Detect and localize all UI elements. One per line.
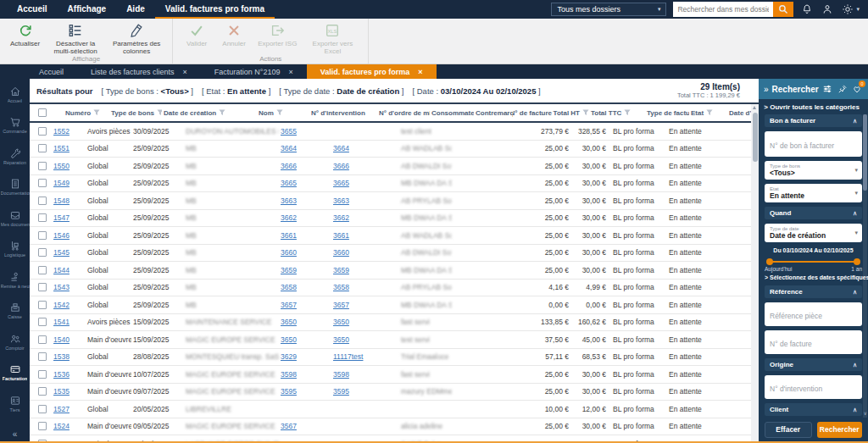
- menu-item[interactable]: Accueil: [7, 0, 58, 19]
- ribbon-button[interactable]: Actualiser: [5, 20, 45, 57]
- scrollbar-thumb[interactable]: [753, 113, 758, 162]
- sidebar-item[interactable]: Logistique: [0, 234, 30, 265]
- cell-intervention-link[interactable]: 3655: [281, 127, 297, 136]
- cell-numero-link[interactable]: 1545: [53, 248, 70, 257]
- section-origine[interactable]: Origine ∧: [765, 358, 862, 371]
- table-scrollbar[interactable]: [751, 104, 759, 443]
- row-checkbox[interactable]: [38, 144, 47, 152]
- ribbon-button[interactable]: Annuler: [215, 20, 253, 57]
- filter-icon[interactable]: [93, 109, 100, 116]
- sidebar-item[interactable]: Comptoir: [0, 326, 30, 357]
- sidebar-item[interactable]: Commande: [0, 110, 30, 141]
- table-row[interactable]: 1550 Global 25/09/2025 MB 3666 3666 AB D…: [30, 158, 759, 175]
- column-header[interactable]: Numéro: [64, 109, 109, 117]
- cell-ordre-mission-link[interactable]: 11117test: [333, 352, 363, 361]
- close-icon[interactable]: ×: [289, 68, 293, 76]
- table-row[interactable]: 1552 Avoirs pièces 30/09/2025 DUROYON AU…: [30, 123, 759, 141]
- scroll-up-icon[interactable]: [753, 106, 756, 109]
- pin-icon[interactable]: [837, 83, 848, 95]
- document-tab[interactable]: Facturation N°2109 ×: [201, 64, 307, 79]
- cell-numero-link[interactable]: 1551: [53, 144, 70, 152]
- intervention-input[interactable]: [770, 384, 857, 394]
- document-tab[interactable]: Accueil ×: [25, 64, 77, 79]
- cell-ordre-mission-link[interactable]: 3662: [333, 213, 349, 222]
- cell-intervention-link[interactable]: 3650: [281, 318, 297, 326]
- slider-handle-left[interactable]: [766, 258, 773, 265]
- filter-icon[interactable]: [624, 109, 631, 116]
- table-row[interactable]: 1536 Main d'oeuvre 10/07/2025 MAGIC EURO…: [30, 366, 759, 384]
- row-checkbox[interactable]: [38, 283, 47, 291]
- cell-intervention-link[interactable]: 3595: [281, 387, 297, 396]
- filter-icon[interactable]: [582, 109, 589, 116]
- row-checkbox[interactable]: [38, 179, 47, 187]
- menu-item[interactable]: Valid. factures pro forma: [155, 0, 275, 19]
- row-checkbox[interactable]: [38, 127, 47, 136]
- date-range-slider[interactable]: [768, 258, 859, 265]
- table-row[interactable]: 1522 Main d'oeuvre 09/05/2025 LAGRANGE P…: [30, 435, 759, 441]
- cell-intervention-link[interactable]: 3662: [281, 213, 297, 222]
- sidebar-item[interactable]: Réparation: [0, 141, 30, 172]
- bell-icon[interactable]: [800, 3, 814, 16]
- settings-menu[interactable]: ▾: [841, 3, 860, 16]
- sidebar-item[interactable]: Accueil: [0, 79, 30, 110]
- panel-scrollbar[interactable]: [863, 114, 867, 419]
- row-checkbox[interactable]: [38, 162, 47, 170]
- cell-ordre-mission-link[interactable]: 3666: [333, 162, 349, 170]
- cell-intervention-link[interactable]: 3650: [281, 335, 297, 344]
- document-tab[interactable]: Liste des factures clients ×: [77, 64, 201, 79]
- cell-numero-link[interactable]: 1527: [53, 405, 70, 413]
- panel-scrollbar-thumb[interactable]: [863, 114, 867, 191]
- column-header[interactable]: Type de bons: [109, 109, 162, 117]
- cell-numero-link[interactable]: 1543: [53, 283, 70, 291]
- ribbon-button[interactable]: XLS Exporter vers Excel: [302, 20, 363, 57]
- search-submit-button[interactable]: Rechercher: [817, 422, 863, 438]
- cell-ordre-mission-link[interactable]: 3661: [333, 231, 349, 240]
- cell-intervention-link[interactable]: 3661: [281, 231, 297, 240]
- cell-ordre-mission-link[interactable]: 3660: [333, 248, 349, 257]
- filter-icon[interactable]: [706, 109, 713, 116]
- column-header[interactable]: Total TTC: [589, 109, 645, 117]
- column-header[interactable]: N° de facture: [513, 109, 552, 117]
- table-row[interactable]: 1547 Global 25/09/2025 MB 3662 3662 MB D…: [30, 210, 759, 228]
- row-checkbox[interactable]: [38, 248, 47, 257]
- section-bon-a-facturer[interactable]: Bon à facturer ∧: [765, 114, 862, 127]
- cell-intervention-link[interactable]: 3657: [281, 301, 297, 309]
- cell-intervention-link[interactable]: 3666: [281, 162, 297, 170]
- row-checkbox[interactable]: [38, 352, 47, 361]
- cell-ordre-mission-link[interactable]: 3665: [333, 179, 349, 187]
- sidebar-item[interactable]: Caisse: [0, 296, 30, 327]
- row-checkbox[interactable]: [38, 370, 47, 379]
- cell-numero-link[interactable]: 1542: [53, 301, 70, 309]
- column-header[interactable]: Type de facturation: [645, 109, 689, 117]
- table-row[interactable]: 1541 Avoirs pièces 15/09/2025 MAINTENANC…: [30, 314, 759, 332]
- cell-ordre-mission-link[interactable]: 3663: [333, 197, 349, 205]
- ribbon-button[interactable]: Exporter ISG: [253, 20, 302, 57]
- cell-numero-link[interactable]: 1544: [53, 266, 70, 274]
- cell-numero-link[interactable]: 1549: [53, 179, 70, 187]
- column-header[interactable]: Etat: [689, 109, 727, 117]
- folder-scope-select[interactable]: Tous mes dossiers ▾: [551, 3, 666, 16]
- cell-numero-link[interactable]: 1535: [53, 387, 70, 396]
- slider-handle-right[interactable]: [854, 258, 860, 265]
- cell-intervention-link[interactable]: 3665: [281, 179, 297, 187]
- cell-ordre-mission-link[interactable]: 3595: [333, 387, 349, 396]
- table-row[interactable]: 1538 Global 28/08/2025 MONTESQUIEU trans…: [30, 349, 759, 367]
- cell-ordre-mission-link[interactable]: 3650: [333, 335, 349, 344]
- select-all-checkbox[interactable]: [38, 108, 47, 117]
- cell-numero-link[interactable]: 1546: [53, 231, 70, 240]
- document-tab[interactable]: Valid. factures pro forma ×: [307, 64, 437, 79]
- column-header[interactable]: Date de création: [162, 109, 257, 117]
- cell-intervention-link[interactable]: 3567: [281, 422, 297, 430]
- cell-numero-link[interactable]: 1547: [53, 213, 70, 222]
- filter-icon[interactable]: [219, 109, 225, 116]
- cell-intervention-link[interactable]: 3598: [281, 370, 297, 379]
- cell-ordre-mission-link[interactable]: 3664: [333, 144, 349, 152]
- cell-ordre-mission-link[interactable]: 3657: [333, 301, 349, 309]
- open-all-categories-link[interactable]: > Ouvrir toutes les catégories: [759, 99, 868, 114]
- sliders-icon[interactable]: [822, 83, 833, 95]
- table-row[interactable]: 1544 Global 25/09/2025 MB 3659 3659 MB D…: [30, 262, 759, 280]
- cell-numero-link[interactable]: 1536: [53, 370, 70, 379]
- table-row[interactable]: 1540 Main d'oeuvre 15/09/2025 MAGIC EURO…: [30, 331, 759, 349]
- section-client[interactable]: Client ∧: [765, 403, 862, 416]
- favorites-heart-icon[interactable]: 0: [852, 83, 863, 95]
